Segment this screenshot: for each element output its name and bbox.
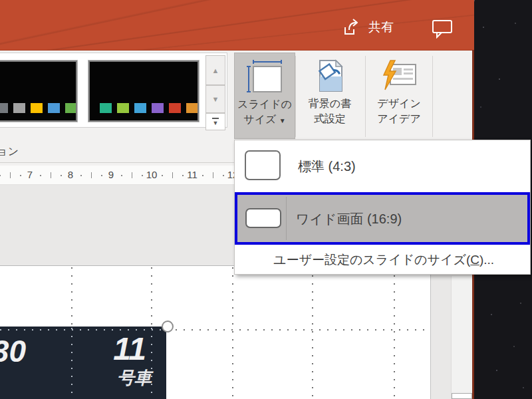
menu-item-label: ユーザー設定のスライドのサイズ(C)... xyxy=(273,251,494,269)
theme-color-swatch xyxy=(65,103,77,113)
ruler-tick xyxy=(51,172,51,178)
theme-variants-gallery: ▲ ▼ ▼ xyxy=(0,53,227,128)
ruler-tick xyxy=(142,175,143,176)
selection-handle[interactable] xyxy=(162,321,174,332)
ruler-tick xyxy=(172,172,173,178)
menu-item-label: ワイド画面 (16:9) xyxy=(296,209,402,227)
scrollbar-button[interactable] xyxy=(452,393,472,399)
ruler-tick xyxy=(0,175,1,176)
ruler-tick xyxy=(182,175,184,176)
ruler-tick xyxy=(162,175,163,176)
theme-color-swatch xyxy=(117,103,129,113)
gallery-more-button[interactable]: ▼ xyxy=(205,113,225,130)
gridline-vertical xyxy=(312,267,313,399)
slide-size-label-line1: スライドの xyxy=(235,96,295,112)
dropdown-caret-icon: ▼ xyxy=(279,117,286,124)
menu-item-custom-slide-size[interactable]: ユーザー設定のスライドのサイズ(C)... xyxy=(235,245,530,275)
share-icon xyxy=(342,17,362,37)
photo-car-number: 11 xyxy=(113,331,146,367)
ribbon-separator xyxy=(295,56,296,137)
photo-car-suffix: 号車 xyxy=(117,366,152,390)
gallery-scroll-up-button[interactable]: ▲ xyxy=(205,55,225,85)
format-background-label-line2: 式設定 xyxy=(297,111,363,126)
gridline-vertical xyxy=(394,267,395,399)
slide-size-button[interactable]: スライドの サイズ ▼ xyxy=(234,53,295,139)
gallery-more-icon xyxy=(212,118,219,119)
share-label: 共有 xyxy=(368,19,394,36)
theme-color-swatch xyxy=(48,103,60,113)
aspect-4-3-icon xyxy=(245,150,281,180)
theme-color-swatch xyxy=(13,103,25,113)
ruler-number: 9 xyxy=(108,169,114,180)
vertical-scrollbar-track[interactable] xyxy=(451,276,473,399)
aspect-16-9-icon xyxy=(245,208,281,228)
design-ideas-label-line2: アイデア xyxy=(367,111,431,126)
ruler-tick xyxy=(202,175,203,176)
ruler-number: 7 xyxy=(27,169,33,180)
ruler-tick xyxy=(61,175,62,176)
gridline-horizontal-light xyxy=(0,329,166,331)
train-photo-object[interactable]: 30 11 号車 xyxy=(0,327,166,399)
gallery-scroll-down-button[interactable]: ▼ xyxy=(205,85,225,113)
ribbon-separator xyxy=(365,56,366,137)
format-background-button[interactable]: 背景の書 式設定 xyxy=(297,53,363,139)
variants-group-label: ョン xyxy=(0,145,19,159)
ruler-tick xyxy=(40,175,41,176)
titlebar: 共有 xyxy=(0,0,474,50)
photo-number-left: 30 xyxy=(0,333,26,369)
ruler-number: 10 xyxy=(146,169,158,180)
gridline-vertical-light xyxy=(71,328,72,399)
ruler-tick xyxy=(20,175,21,176)
screenshot-root: 共有 ▲ ▼ ▼ xyxy=(0,0,532,399)
format-background-icon xyxy=(315,58,345,94)
slide-size-label-line2: サイズ xyxy=(243,114,276,125)
slide-canvas[interactable]: 30 11 号車 xyxy=(0,265,431,399)
share-button[interactable]: 共有 xyxy=(342,16,394,39)
theme-color-swatch xyxy=(100,103,112,113)
chevron-down-icon: ▼ xyxy=(212,95,219,103)
design-ideas-label-line1: デザイン xyxy=(367,96,431,111)
slide-size-dropdown-menu: 標準 (4:3) ワイド画面 (16:9) ユーザー設定のスライドのサイズ(C)… xyxy=(234,140,531,275)
theme-color-swatch xyxy=(0,103,8,113)
gridline-vertical-light xyxy=(151,328,152,399)
theme-color-swatch xyxy=(169,103,181,113)
menu-item-label: 標準 (4:3) xyxy=(298,158,356,176)
ruler-tick xyxy=(101,175,102,176)
ruler-tick xyxy=(10,172,11,178)
menu-item-widescreen-16-9[interactable]: ワイド画面 (16:9) xyxy=(235,192,530,245)
comment-icon[interactable] xyxy=(431,19,455,39)
theme-color-swatch xyxy=(134,103,146,113)
variant-thumbnail-2[interactable] xyxy=(88,61,199,122)
theme-color-swatch xyxy=(186,103,198,113)
ruler-tick xyxy=(80,175,82,176)
menu-item-standard-4-3[interactable]: 標準 (4:3) xyxy=(235,140,530,192)
design-ideas-button[interactable]: デザイン アイデア xyxy=(367,53,431,139)
ruler-tick xyxy=(213,172,213,178)
gridline-vertical xyxy=(232,267,233,399)
theme-color-swatch xyxy=(31,103,43,113)
menu-gutter-line xyxy=(286,197,287,240)
ruler-tick xyxy=(91,172,92,178)
slide-size-icon xyxy=(245,59,284,94)
format-background-label-line1: 背景の書 xyxy=(297,96,363,111)
ruler-number: 8 xyxy=(68,169,73,180)
chevron-up-icon: ▲ xyxy=(212,66,219,74)
ribbon-separator xyxy=(432,56,433,137)
theme-color-swatch xyxy=(152,103,164,113)
ruler-tick xyxy=(132,172,132,178)
variant-thumbnail-1[interactable] xyxy=(0,61,77,122)
ruler-tick xyxy=(223,175,224,176)
chevron-down-icon: ▼ xyxy=(213,120,219,126)
design-ideas-icon xyxy=(381,58,417,94)
ruler-tick xyxy=(121,175,122,176)
ruler-number: 11 xyxy=(187,169,198,180)
